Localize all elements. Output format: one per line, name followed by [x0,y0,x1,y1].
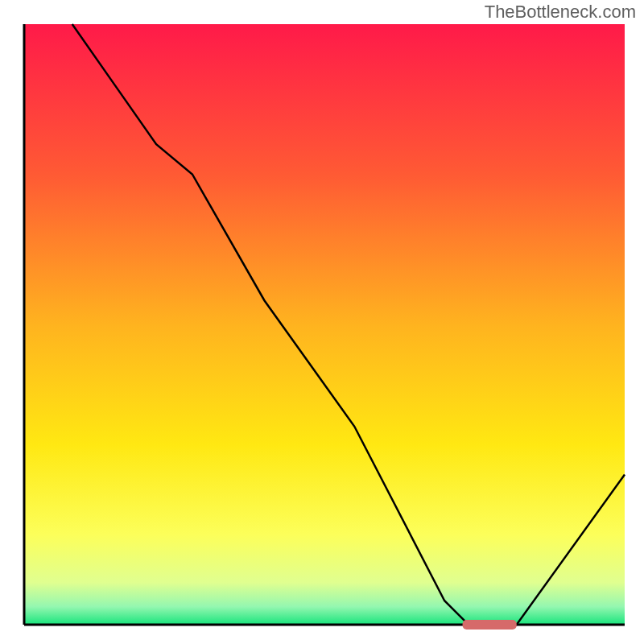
plot-background [24,24,625,625]
bottleneck-chart [0,0,644,644]
chart-container: TheBottleneck.com [0,0,644,644]
watermark-text: TheBottleneck.com [485,2,636,23]
optimal-marker [463,620,517,630]
